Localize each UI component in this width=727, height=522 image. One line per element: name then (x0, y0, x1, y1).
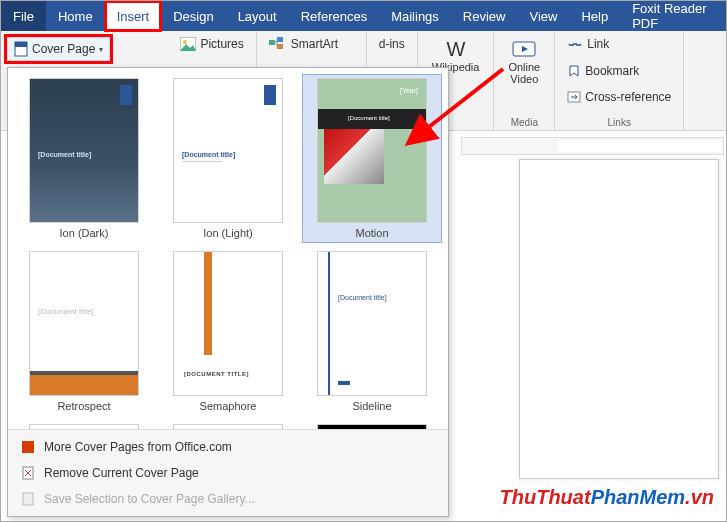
cover-page-icon (14, 41, 28, 57)
online-video-icon (511, 39, 537, 59)
tab-file[interactable]: File (1, 1, 46, 31)
thumb-label: Retrospect (57, 400, 110, 412)
svg-text:W: W (446, 39, 465, 59)
remove-label: Remove Current Cover Page (44, 466, 199, 480)
link-button[interactable]: Link (563, 35, 675, 53)
remove-cover-page[interactable]: Remove Current Cover Page (8, 460, 448, 486)
tab-layout[interactable]: Layout (226, 1, 289, 31)
cover-template-motion[interactable]: [Year] [Document title] Motion (302, 74, 442, 243)
online-video-button[interactable]: Online Video (502, 35, 546, 89)
my-addins-button[interactable]: d-ins (375, 35, 409, 53)
thumb-placeholder: [Document title] (348, 115, 390, 121)
smartart-icon (269, 37, 287, 51)
crossref-label: Cross-reference (585, 90, 671, 104)
thumb-placeholder: [Document title] (38, 151, 91, 158)
cover-template-ion-light[interactable]: [Document title] Ion (Light) (158, 74, 298, 243)
media-group-label: Media (502, 115, 546, 128)
tab-help[interactable]: Help (569, 1, 620, 31)
thumb-label: Semaphore (200, 400, 257, 412)
svg-rect-10 (22, 441, 34, 453)
save-gallery-icon (20, 491, 36, 507)
watermark-part3: .vn (685, 486, 714, 508)
more-cover-pages[interactable]: More Cover Pages from Office.com (8, 434, 448, 460)
addins-label: d-ins (379, 37, 405, 51)
cross-reference-button[interactable]: Cross-reference (563, 88, 675, 106)
cover-template-semaphore[interactable]: [DOCUMENT TITLE] Semaphore (158, 247, 298, 416)
pictures-icon (180, 37, 196, 51)
svg-point-3 (183, 40, 187, 44)
remove-page-icon (20, 465, 36, 481)
svg-rect-5 (277, 37, 283, 42)
thumb-label: Sideline (352, 400, 391, 412)
pictures-label: Pictures (200, 37, 243, 51)
tab-home[interactable]: Home (46, 1, 105, 31)
thumb-year: [Year] (400, 87, 418, 94)
tab-references[interactable]: References (289, 1, 379, 31)
horizontal-ruler[interactable] (461, 137, 724, 155)
cross-reference-icon (567, 91, 581, 103)
document-page[interactable] (519, 159, 719, 479)
gallery-footer: More Cover Pages from Office.com Remove … (8, 429, 448, 516)
tab-review[interactable]: Review (451, 1, 518, 31)
cover-template-sideline[interactable]: [Document title] Sideline (302, 247, 442, 416)
tab-mailings[interactable]: Mailings (379, 1, 451, 31)
gallery-grid: [Document title] Ion (Dark) [Document ti… (8, 68, 448, 429)
bookmark-button[interactable]: Bookmark (563, 62, 675, 80)
watermark: ThuThuatPhanMem.vn (500, 486, 714, 509)
save-label: Save Selection to Cover Page Gallery... (44, 492, 255, 506)
link-label: Link (587, 37, 609, 51)
watermark-part1: ThuThuat (500, 486, 591, 508)
cover-template-cutoff-1[interactable] (14, 420, 154, 429)
ribbon-tabs: File Home Insert Design Layout Reference… (1, 1, 726, 31)
smartart-label: SmartArt (291, 37, 338, 51)
thumb-placeholder: [Document title] (182, 151, 235, 158)
thumb-label: Ion (Light) (203, 227, 253, 239)
watermark-part2: PhanMem (591, 486, 685, 508)
links-group-label: Links (563, 115, 675, 128)
cover-page-label: Cover Page (32, 42, 95, 56)
thumb-label: Motion (355, 227, 388, 239)
tab-design[interactable]: Design (161, 1, 225, 31)
svg-rect-12 (23, 493, 33, 505)
tab-view[interactable]: View (517, 1, 569, 31)
pictures-button[interactable]: Pictures (176, 35, 247, 53)
office-icon (20, 439, 36, 455)
smartart-button[interactable]: SmartArt (265, 35, 358, 53)
cover-template-cutoff-2[interactable] (158, 420, 298, 429)
thumb-placeholder: [DOCUMENT TITLE] (184, 371, 249, 377)
online-video-label: Online Video (508, 61, 540, 85)
more-label: More Cover Pages from Office.com (44, 440, 232, 454)
cover-template-ion-dark[interactable]: [Document title] Ion (Dark) (14, 74, 154, 243)
cover-page-button[interactable]: Cover Page ▾ (7, 37, 110, 61)
thumb-placeholder: [Document title] (38, 307, 94, 316)
thumb-photo (324, 129, 384, 184)
cover-page-gallery: [Document title] Ion (Dark) [Document ti… (7, 67, 449, 517)
tab-foxit[interactable]: Foxit Reader PDF (620, 1, 726, 31)
link-icon (567, 38, 583, 50)
dropdown-caret-icon: ▾ (99, 45, 103, 54)
tab-insert[interactable]: Insert (105, 1, 162, 31)
save-selection-gallery: Save Selection to Cover Page Gallery... (8, 486, 448, 512)
cover-template-cutoff-3[interactable] (302, 420, 442, 429)
thumb-label: Ion (Dark) (60, 227, 109, 239)
svg-rect-1 (15, 42, 27, 47)
thumb-placeholder: [Document title] (338, 294, 387, 301)
wikipedia-icon: W (443, 39, 469, 59)
svg-rect-4 (269, 40, 275, 45)
bookmark-icon (567, 65, 581, 77)
svg-rect-6 (277, 44, 283, 49)
cover-template-retrospect[interactable]: [Document title] Retrospect (14, 247, 154, 416)
bookmark-label: Bookmark (585, 64, 639, 78)
